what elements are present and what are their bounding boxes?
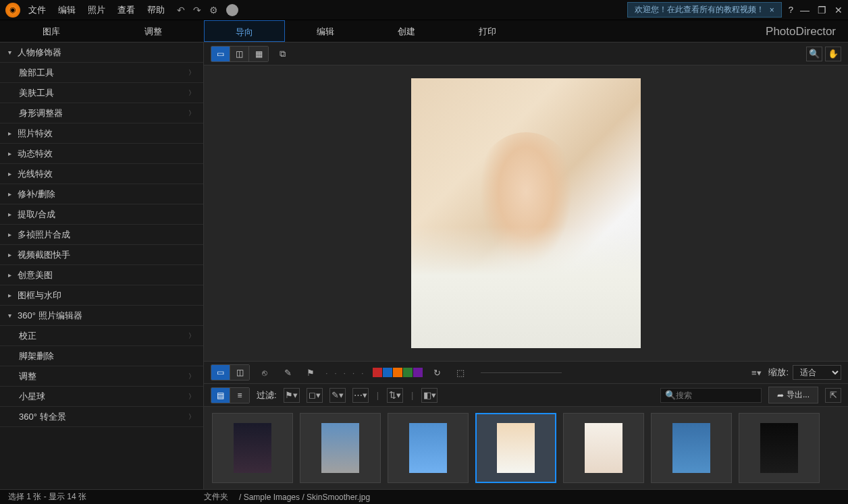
menu-view[interactable]: 查看 [117,4,135,16]
thumbnail[interactable] [212,413,293,483]
sidebar-item[interactable]: ▸动态特效 [0,144,203,164]
maximize-icon[interactable]: ❐ [818,5,826,16]
rating-stars[interactable]: · · · · · [325,368,366,378]
sidebar-subitem[interactable]: 小星球〉 [0,387,203,407]
color-swatch[interactable] [383,368,392,377]
thumbnail[interactable] [563,413,644,483]
tab-guided[interactable]: 导向 [204,20,285,42]
thumbnail[interactable] [475,413,556,483]
photo-viewer[interactable] [204,65,848,361]
thumbnail[interactable] [739,413,820,483]
main-menu: 文件 编辑 照片 查看 帮助 [28,4,165,16]
menu-edit[interactable]: 编辑 [58,4,76,16]
filter-sort-icon[interactable]: ⇅▾ [387,388,403,403]
sidebar: ▾人物修饰器脸部工具〉美肤工具〉身形调整器〉▸照片特效▸动态特效▸光线特效▸修补… [0,43,204,489]
export-button[interactable]: ➦ 导出... [768,387,818,403]
redo-icon[interactable]: ↷ [193,5,201,16]
sidebar-item[interactable]: ▸提取/合成 [0,204,203,225]
list-view-icon[interactable]: ≡ [230,388,249,403]
filter-stack-icon[interactable]: ◧▾ [421,388,438,403]
thumbnail-image [234,423,271,473]
share-icon[interactable]: ⇱ [825,388,841,403]
sidebar-subitem[interactable]: 调整〉 [0,366,203,387]
help-icon[interactable]: ? [789,5,793,15]
menu-photo[interactable]: 照片 [88,4,105,16]
tab-adjust[interactable]: 调整 [102,20,204,43]
thumbnail-image [321,423,359,473]
settings-icon[interactable]: ⚙ [209,5,218,16]
filter-label-icon[interactable]: ◻▾ [307,388,323,403]
thumbnail-image [497,423,535,473]
view-single-icon[interactable]: ▭ [211,47,230,61]
color-swatch[interactable] [393,368,402,377]
sidebar-item[interactable]: ▸修补/删除 [0,184,203,204]
tutorial-banner[interactable]: 欢迎您！在此查看所有的教程视频！ × [627,2,782,18]
main-photo [411,78,641,348]
sidebar-subitem[interactable]: 美肤工具〉 [0,83,203,103]
pan-tool-icon[interactable]: ✋ [825,47,841,61]
search-icon: 🔍 [665,390,676,400]
sidebar-subitem[interactable]: 脸部工具〉 [0,63,203,83]
search-input[interactable] [676,391,777,400]
sidebar-item[interactable]: ▸照片特效 [0,123,203,144]
zoom-label: 缩放: [768,366,789,379]
minimize-icon[interactable]: — [800,5,810,16]
thumbnail[interactable] [651,413,732,483]
viewer-toolbar: ▭ ◫ ▦ ⧉ 🔍 ✋ [204,43,848,65]
thumbnail[interactable] [300,413,381,483]
sort-icon[interactable]: ≡▾ [748,365,764,380]
filter-flag-icon[interactable]: ⚑▾ [284,388,300,403]
zoom-tool-icon[interactable]: 🔍 [806,47,822,61]
rating-toolbar: ▭ ◫ ⎋ ✎ ⚑ · · · · · ↻ ⬚ ≡▾ 缩放: 适合 [204,361,848,384]
layout-a-icon[interactable]: ▭ [211,365,230,380]
tutorial-close-icon[interactable]: × [770,5,774,15]
sidebar-item[interactable]: ▾360° 照片编辑器 [0,306,203,326]
menu-file[interactable]: 文件 [28,4,46,16]
flag-icon[interactable]: ⚑ [302,365,319,380]
secondary-display-icon[interactable]: ⧉ [274,47,290,61]
sidebar-item[interactable]: ▸多祯照片合成 [0,225,203,245]
titlebar: ◉ 文件 编辑 照片 查看 帮助 ↶ ↷ ⚙ 欢迎您！在此查看所有的教程视频！ … [0,0,848,20]
sidebar-subitem[interactable]: 360° 转全景〉 [0,407,203,427]
filmstrip [204,407,848,489]
sidebar-item[interactable]: ▸光线特效 [0,164,203,184]
rotate-icon[interactable]: ↻ [429,365,446,380]
tutorial-text: 欢迎您！在此查看所有的教程视频！ [635,4,764,16]
menu-help[interactable]: 帮助 [147,4,165,16]
brand-label: PhotoDirector [766,20,848,42]
export-icon: ➦ [777,391,784,400]
tab-print[interactable]: 打印 [447,20,528,42]
filter-brush-icon[interactable]: ✎▾ [329,388,346,403]
brush-icon[interactable]: ✎ [280,365,296,380]
view-compare-icon[interactable]: ◫ [230,47,249,61]
filter-more-icon[interactable]: ⋯▾ [352,388,369,403]
close-icon[interactable]: ✕ [834,5,843,16]
zoom-select[interactable]: 适合 [793,365,841,380]
tag-icon[interactable]: ⎋ [257,365,273,380]
titlebar-tools: ↶ ↷ ⚙ [177,4,238,16]
view-grid-icon[interactable]: ▦ [249,47,268,61]
sidebar-item[interactable]: ▸视频截图快手 [0,245,203,265]
sidebar-item[interactable]: ▸创意美图 [0,265,203,285]
color-swatch[interactable] [403,368,413,377]
tab-create[interactable]: 创建 [366,20,447,42]
status-folder-label: 文件夹 [204,491,228,503]
undo-icon[interactable]: ↶ [177,5,185,16]
avatar-icon[interactable] [226,4,238,16]
sidebar-subitem[interactable]: 校正〉 [0,326,203,346]
search-box[interactable]: 🔍 × [660,388,762,403]
sidebar-item[interactable]: ▾人物修饰器 [0,43,203,63]
sidebar-subitem[interactable]: 脚架删除 [0,346,203,366]
color-swatch[interactable] [413,368,423,377]
color-swatch[interactable] [373,368,382,377]
thumbnail[interactable] [388,413,469,483]
thumb-view-icon[interactable]: ▤ [211,388,230,403]
layout-b-icon[interactable]: ◫ [230,365,249,380]
sidebar-subitem[interactable]: 身形调整器〉 [0,103,203,123]
thumb-size-slider[interactable] [481,372,562,373]
thumbnail-image [760,423,798,473]
tab-library[interactable]: 图库 [0,20,102,43]
tab-edit[interactable]: 编辑 [285,20,366,42]
crop-icon[interactable]: ⬚ [452,365,469,380]
sidebar-item[interactable]: ▸图框与水印 [0,285,203,306]
